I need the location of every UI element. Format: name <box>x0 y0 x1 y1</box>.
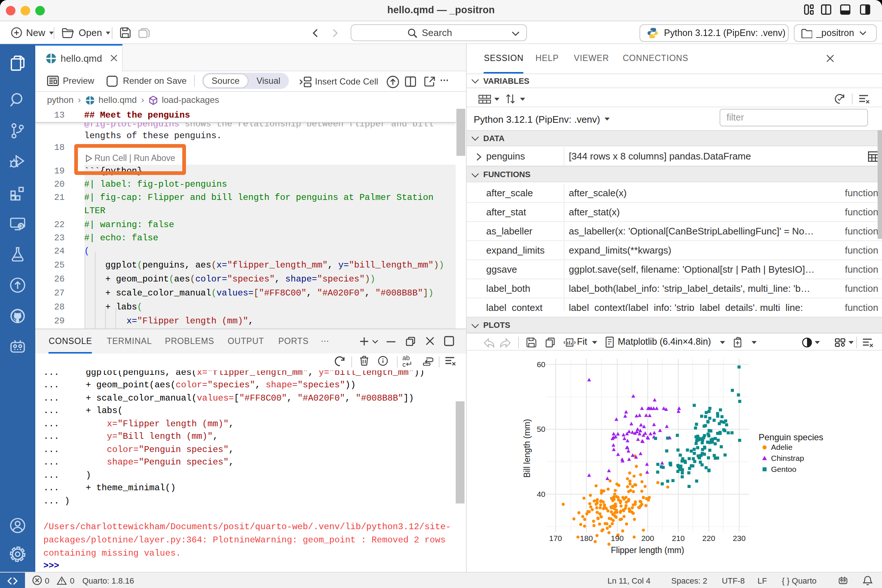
svg-text:Bill length (mm): Bill length (mm) <box>522 419 531 478</box>
svg-text:200: 200 <box>641 534 654 542</box>
svg-text:Chinstrap: Chinstrap <box>771 454 804 462</box>
svg-text:40: 40 <box>537 490 545 498</box>
svg-text:210: 210 <box>671 534 684 542</box>
svg-text:180: 180 <box>579 534 592 542</box>
svg-text:60: 60 <box>537 360 545 369</box>
svg-text:190: 190 <box>610 534 623 542</box>
svg-text:230: 230 <box>732 534 745 542</box>
svg-text:Penguin species: Penguin species <box>758 432 823 442</box>
svg-text:Gentoo: Gentoo <box>771 465 796 473</box>
svg-text:Flipper length (mm): Flipper length (mm) <box>610 545 684 555</box>
svg-text:170: 170 <box>549 534 561 542</box>
svg-text:220: 220 <box>702 534 715 542</box>
svg-text:Adelie: Adelie <box>771 443 792 451</box>
svg-text:50: 50 <box>537 425 545 433</box>
